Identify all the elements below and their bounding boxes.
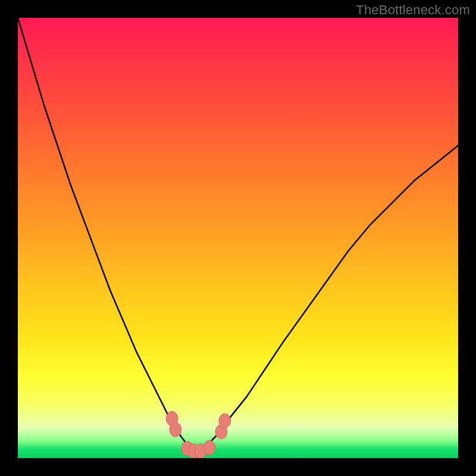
chart-frame: TheBottleneck.com [0,0,476,476]
watermark-text: TheBottleneck.com [356,2,470,18]
data-marker [219,414,231,428]
bottleneck-curve [18,18,458,452]
plot-area [18,18,458,458]
data-marker [170,422,181,437]
data-marker [203,440,215,455]
curve-layer [18,18,458,458]
